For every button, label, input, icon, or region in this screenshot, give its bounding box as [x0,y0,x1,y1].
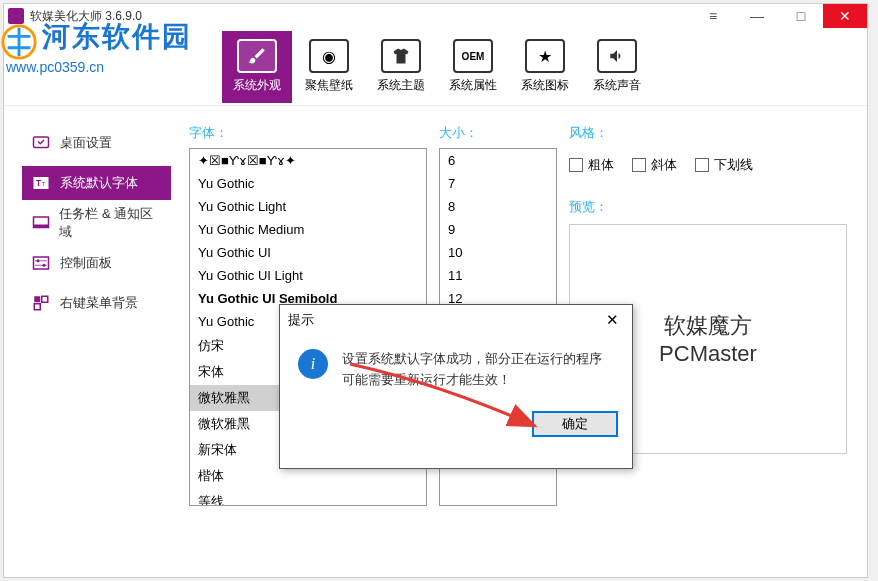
svg-text:T: T [36,178,42,188]
menu-button[interactable]: ≡ [691,4,735,28]
dialog-message: 设置系统默认字体成功，部分正在运行的程序可能需要重新运行才能生效！ [342,349,614,391]
info-icon: i [298,349,328,379]
dialog-title: 提示 [288,311,314,329]
font-icon: TT [30,173,52,193]
oem-icon: OEM [453,39,493,73]
italic-checkbox[interactable]: 斜体 [632,156,677,174]
list-item[interactable]: 11 [440,264,556,287]
sidebar-item-label: 系统默认字体 [60,174,138,192]
svg-rect-6 [34,257,49,269]
svg-rect-5 [33,225,48,228]
app-title: 软媒美化大师 3.6.9.0 [30,8,142,25]
sidebar-item-taskbar[interactable]: 任务栏 & 通知区域 [22,206,171,240]
sidebar-item-context-menu[interactable]: 右键菜单背景 [22,286,171,320]
maximize-button[interactable]: □ [779,4,823,28]
message-dialog: 提示 ✕ i 设置系统默认字体成功，部分正在运行的程序可能需要重新运行才能生效！… [279,304,633,469]
preview-line2: PCMaster [659,341,757,367]
list-item[interactable]: 8 [440,195,556,218]
sidebar-item-label: 任务栏 & 通知区域 [59,205,163,241]
brush-icon [237,39,277,73]
svg-rect-12 [42,296,48,302]
menu-bg-icon [30,293,52,313]
minimize-button[interactable]: — [735,4,779,28]
titlebar: 软媒美化大师 3.6.9.0 ≡ — □ ✕ [4,4,867,28]
list-item[interactable]: Yu Gothic Light [190,195,426,218]
tab-label: 系统图标 [521,77,569,94]
list-item[interactable]: Yu Gothic Medium [190,218,426,241]
preview-column-label: 预览： [569,198,847,216]
sidebar-item-label: 右键菜单背景 [60,294,138,312]
tab-system-appearance[interactable]: 系统外观 [222,31,292,103]
sidebar: 桌面设置 TT 系统默认字体 任务栏 & 通知区域 控制面板 右键菜单背景 [4,106,179,577]
font-column-label: 字体： [189,124,427,142]
checkbox-label: 粗体 [588,156,614,174]
toolbar: 系统外观 ◉ 聚焦壁纸 系统主题 OEM 系统属性 ★ 系统图标 系统声音 [4,28,867,106]
tab-focus-wallpaper[interactable]: ◉ 聚焦壁纸 [294,31,364,103]
bold-checkbox[interactable]: 粗体 [569,156,614,174]
sidebar-item-label: 控制面板 [60,254,112,272]
tab-label: 系统外观 [233,77,281,94]
size-column-label: 大小： [439,124,557,142]
checkbox-label: 下划线 [714,156,753,174]
star-icon: ★ [525,39,565,73]
tab-label: 系统属性 [449,77,497,94]
tab-label: 系统主题 [377,77,425,94]
preview-line1: 软媒魔方 [664,311,752,341]
wrench-icon [30,133,52,153]
underline-checkbox[interactable]: 下划线 [695,156,753,174]
shirt-icon [381,39,421,73]
taskbar-icon [30,213,51,233]
sidebar-item-control-panel[interactable]: 控制面板 [22,246,171,280]
sidebar-item-label: 桌面设置 [60,134,112,152]
tab-system-properties[interactable]: OEM 系统属性 [438,31,508,103]
list-item[interactable]: 7 [440,172,556,195]
list-item[interactable]: 6 [440,149,556,172]
sidebar-item-desktop[interactable]: 桌面设置 [22,126,171,160]
tab-system-icons[interactable]: ★ 系统图标 [510,31,580,103]
dialog-close-button[interactable]: ✕ [600,309,624,331]
list-item[interactable]: 10 [440,241,556,264]
sliders-icon [30,253,52,273]
svg-rect-11 [34,296,40,302]
checkbox-label: 斜体 [651,156,677,174]
list-item[interactable]: Yu Gothic UI Light [190,264,426,287]
ok-button[interactable]: 确定 [532,411,618,437]
list-item[interactable]: 等线 [190,489,426,506]
list-item[interactable]: Yu Gothic UI [190,241,426,264]
tab-label: 聚焦壁纸 [305,77,353,94]
list-item[interactable]: Yu Gothic [190,172,426,195]
list-item[interactable]: ✦☒■Ƴɤ☒■Ƴɤ✦ [190,149,426,172]
close-button[interactable]: ✕ [823,4,867,28]
svg-text:T: T [42,181,46,187]
tab-system-theme[interactable]: 系统主题 [366,31,436,103]
app-icon [8,8,24,24]
tab-system-sound[interactable]: 系统声音 [582,31,652,103]
style-column-label: 风格： [569,124,847,142]
svg-rect-13 [34,304,40,310]
eye-icon: ◉ [309,39,349,73]
list-item[interactable]: 9 [440,218,556,241]
tab-label: 系统声音 [593,77,641,94]
sound-icon [597,39,637,73]
sidebar-item-default-font[interactable]: TT 系统默认字体 [22,166,171,200]
